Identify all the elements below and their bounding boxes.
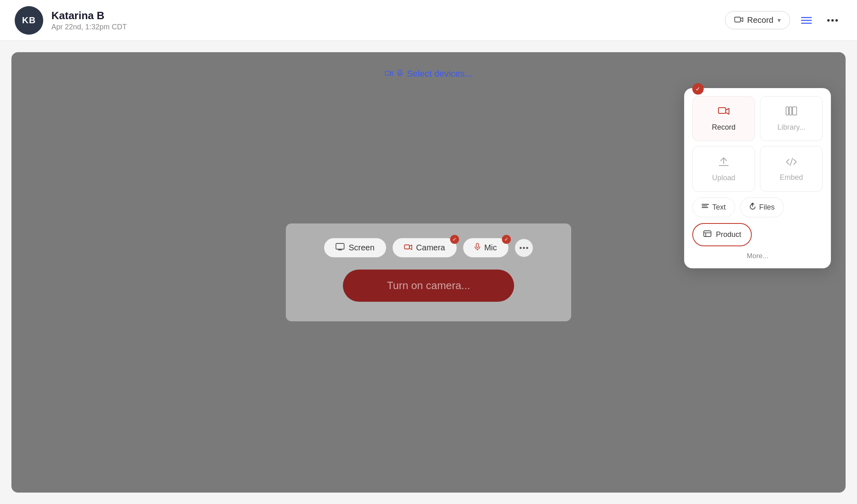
svg-rect-13 — [404, 245, 409, 249]
menu-product-row: Product — [692, 223, 823, 246]
svg-point-4 — [827, 19, 830, 22]
svg-rect-19 — [718, 108, 726, 113]
screen-icon — [336, 243, 345, 252]
text-menu-icon — [702, 203, 709, 212]
chevron-down-icon: ▾ — [777, 16, 781, 24]
library-menu-icon — [785, 106, 797, 119]
svg-rect-7 — [385, 71, 390, 75]
svg-point-5 — [831, 19, 834, 22]
record-button-label: Record — [747, 15, 773, 25]
svg-point-17 — [523, 247, 525, 249]
menu-item-text[interactable]: Text — [692, 197, 735, 217]
user-name: Katarina B — [51, 9, 127, 22]
mic-active-icon — [475, 243, 480, 252]
device-options: Screen ✓ Camera ✓ — [324, 238, 533, 257]
dropdown-check-indicator: ✓ — [692, 83, 704, 95]
svg-rect-21 — [789, 107, 792, 115]
files-menu-icon — [749, 203, 756, 212]
menu-item-record[interactable]: Record — [692, 96, 755, 141]
select-devices-label[interactable]: Select devices... — [407, 69, 472, 79]
svg-rect-14 — [476, 243, 479, 248]
camera-panel: Screen ✓ Camera ✓ — [286, 223, 571, 321]
embed-menu-icon — [786, 156, 797, 169]
main-area: Select devices... Screen ✓ — [11, 52, 846, 493]
camera-button[interactable]: ✓ Camera — [393, 238, 457, 257]
camera-label: Camera — [416, 243, 445, 252]
svg-rect-28 — [704, 231, 711, 237]
lines-menu-button[interactable] — [797, 11, 816, 30]
header: KB Katarina B Apr 22nd, 1:32pm CDT Recor… — [0, 0, 857, 41]
library-menu-label: Library... — [777, 123, 806, 132]
svg-rect-22 — [793, 107, 797, 115]
dropdown-menu: ✓ Record — [684, 88, 831, 268]
svg-rect-0 — [735, 17, 740, 22]
mic-button[interactable]: ✓ Mic — [463, 238, 508, 257]
svg-rect-10 — [336, 243, 344, 249]
header-left: KB Katarina B Apr 22nd, 1:32pm CDT — [15, 6, 127, 35]
screen-label: Screen — [349, 243, 374, 252]
svg-point-18 — [526, 247, 528, 249]
camera-icon — [734, 15, 743, 25]
screen-button[interactable]: Screen — [324, 238, 386, 257]
device-more-button[interactable] — [515, 239, 533, 257]
header-right: Record ▾ — [725, 11, 842, 30]
menu-grid: Record Library... — [692, 96, 823, 192]
user-info: Katarina B Apr 22nd, 1:32pm CDT — [51, 9, 127, 31]
avatar: KB — [15, 6, 43, 35]
turn-on-camera-button[interactable]: Turn on camera... — [343, 270, 514, 302]
user-date: Apr 22nd, 1:32pm CDT — [51, 23, 127, 31]
more-options-button[interactable] — [823, 11, 842, 30]
svg-point-16 — [519, 247, 521, 249]
camera-active-icon — [404, 243, 412, 252]
mic-small-icon — [397, 69, 403, 79]
text-menu-label: Text — [712, 203, 726, 212]
menu-pills: Text Files — [692, 197, 823, 217]
mic-label: Mic — [484, 243, 497, 252]
camera-small-icon — [385, 69, 393, 79]
menu-more-link[interactable]: More... — [692, 250, 823, 260]
files-menu-label: Files — [759, 203, 775, 212]
select-devices-bar[interactable]: Select devices... — [385, 69, 472, 79]
mic-check-badge: ✓ — [502, 235, 511, 244]
menu-item-product[interactable]: Product — [692, 223, 752, 246]
svg-rect-20 — [786, 107, 789, 115]
product-menu-label: Product — [716, 230, 741, 239]
menu-item-upload[interactable]: Upload — [692, 146, 755, 192]
camera-check-badge: ✓ — [450, 235, 459, 244]
menu-item-embed[interactable]: Embed — [760, 146, 823, 192]
svg-line-24 — [790, 158, 793, 166]
product-menu-icon — [703, 230, 712, 240]
menu-item-files[interactable]: Files — [740, 197, 784, 217]
upload-menu-label: Upload — [712, 174, 735, 182]
record-menu-icon — [718, 106, 730, 119]
svg-rect-8 — [399, 70, 401, 74]
record-button[interactable]: Record ▾ — [725, 11, 790, 29]
embed-menu-label: Embed — [780, 173, 803, 182]
upload-menu-icon — [718, 155, 729, 170]
record-menu-label: Record — [712, 123, 736, 132]
menu-item-library[interactable]: Library... — [760, 96, 823, 141]
svg-point-6 — [835, 19, 838, 22]
